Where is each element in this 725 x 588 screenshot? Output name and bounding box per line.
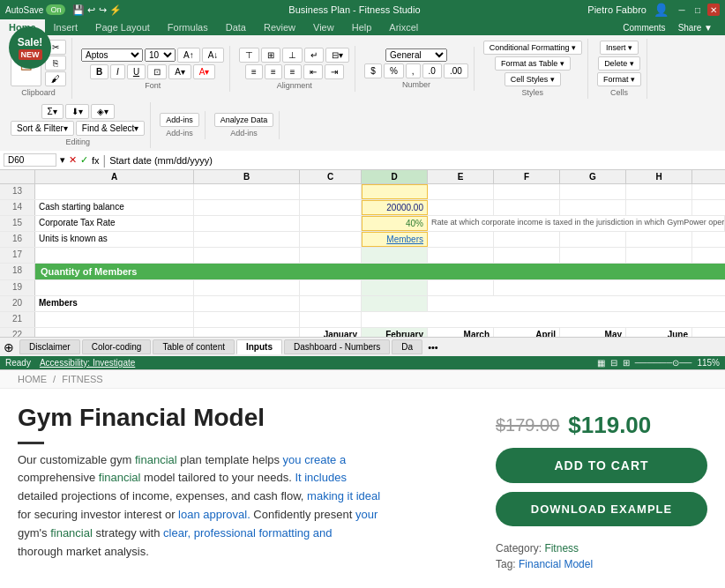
cell-e14[interactable]: [428, 200, 494, 215]
cell-f14[interactable]: [494, 200, 560, 215]
cell-f16[interactable]: [494, 232, 560, 247]
col-header-b[interactable]: B: [194, 170, 300, 183]
wrap-text-button[interactable]: ↵: [304, 48, 324, 63]
cell-c13[interactable]: [300, 184, 362, 199]
col-header-c[interactable]: C: [300, 170, 362, 183]
breadcrumb-home[interactable]: HOME: [18, 374, 47, 384]
cell-a15[interactable]: Corporate Tax Rate: [35, 216, 194, 231]
sheet-tab-table-of-content[interactable]: Table of content: [153, 339, 235, 354]
cell-d14[interactable]: 20000.00: [362, 200, 428, 215]
cell-e13[interactable]: [428, 184, 494, 199]
add-to-cart-button[interactable]: ADD TO CART: [496, 448, 707, 483]
cell-d17[interactable]: [362, 248, 428, 263]
font-selector[interactable]: Aptos: [81, 48, 143, 62]
cell-e16[interactable]: [428, 232, 494, 247]
font-color-button[interactable]: A▾: [193, 64, 216, 79]
increase-indent-button[interactable]: ⇥: [325, 64, 344, 79]
comments-btn[interactable]: Comments: [623, 23, 665, 33]
sheet-tab-inputs[interactable]: Inputs: [236, 339, 282, 354]
cell-e17[interactable]: [428, 248, 494, 263]
normal-view-icon[interactable]: ▦: [597, 358, 605, 368]
sheet-tab-color-coding[interactable]: Color-coding: [82, 339, 152, 354]
more-sheets-icon[interactable]: •••: [428, 342, 438, 353]
category-value[interactable]: Fitness: [544, 542, 579, 555]
tab-review[interactable]: Review: [255, 19, 304, 35]
cell-reference-input[interactable]: [4, 153, 56, 167]
cell-a21[interactable]: [35, 312, 194, 327]
delete-cells-button[interactable]: Delete ▾: [598, 56, 640, 71]
number-format-selector[interactable]: General: [385, 48, 447, 62]
cell-b13[interactable]: [194, 184, 300, 199]
format-painter-button[interactable]: 🖌: [45, 71, 66, 86]
sheet-tab-disclaimer[interactable]: Disclaimer: [19, 339, 80, 354]
cell-a19[interactable]: [35, 280, 194, 295]
analyze-data-button[interactable]: Analyze Data: [214, 113, 274, 127]
cell-d16[interactable]: Members: [362, 232, 428, 247]
cell-b17[interactable]: [194, 248, 300, 263]
insert-cells-button[interactable]: Insert ▾: [600, 41, 639, 55]
add-sheet-button[interactable]: ⊕: [4, 340, 14, 354]
cell-g17[interactable]: [560, 248, 626, 263]
tab-data[interactable]: Data: [217, 19, 255, 35]
conditional-formatting-button[interactable]: Conditional Formatting ▾: [483, 41, 582, 55]
sort-filter-button[interactable]: Sort & Filter▾: [11, 121, 74, 136]
align-center-button[interactable]: ≡: [265, 64, 282, 79]
format-cells-button[interactable]: Format ▾: [597, 72, 641, 86]
cell-b19[interactable]: [194, 280, 300, 295]
cell-c17[interactable]: [300, 248, 362, 263]
cell-b16[interactable]: [194, 232, 300, 247]
col-header-f[interactable]: F: [494, 170, 560, 183]
insert-function-icon[interactable]: fx: [92, 155, 100, 166]
formula-input[interactable]: [109, 155, 721, 166]
sheet-tab-da[interactable]: Da: [392, 339, 422, 354]
cell-d19[interactable]: [362, 280, 428, 295]
align-top-button[interactable]: ⊤: [239, 48, 259, 63]
col-header-e[interactable]: E: [428, 170, 494, 183]
align-bottom-button[interactable]: ⊥: [282, 48, 303, 63]
cell-e19[interactable]: [428, 280, 494, 295]
col-header-a[interactable]: A: [35, 170, 194, 183]
tab-arixcel[interactable]: Arixcel: [380, 19, 427, 35]
cell-f13[interactable]: [494, 184, 560, 199]
cell-c16[interactable]: [300, 232, 362, 247]
underline-button[interactable]: U: [127, 64, 146, 79]
bold-button[interactable]: B: [90, 64, 108, 79]
border-button[interactable]: ⊡: [147, 64, 167, 79]
col-header-h[interactable]: H: [626, 170, 692, 183]
cell-b15[interactable]: [194, 216, 300, 231]
decrease-indent-button[interactable]: ⇤: [303, 64, 323, 79]
minimize-button[interactable]: ─: [676, 4, 688, 16]
cell-a16[interactable]: Units is known as: [35, 232, 194, 247]
tab-insert[interactable]: Insert: [45, 19, 87, 35]
find-select-button[interactable]: Find & Select▾: [76, 121, 145, 136]
cell-c14[interactable]: [300, 200, 362, 215]
zoom-level[interactable]: 115%: [697, 358, 720, 368]
align-middle-button[interactable]: ⊞: [261, 48, 280, 63]
tab-formulas[interactable]: Formulas: [159, 19, 217, 35]
merge-button[interactable]: ⊟▾: [325, 48, 349, 63]
breadcrumb-fitness[interactable]: FITNESS: [62, 374, 102, 384]
cell-d20[interactable]: [362, 296, 428, 311]
formula-cancel-icon[interactable]: ✕: [69, 154, 77, 166]
cell-a13[interactable]: [35, 184, 194, 199]
cell-styles-button[interactable]: Cell Styles ▾: [505, 72, 561, 86]
increase-decimal-button[interactable]: .00: [444, 63, 468, 78]
fill-color-button[interactable]: A▾: [168, 64, 191, 79]
accessibility-status[interactable]: Accessibility: Investigate: [40, 358, 135, 368]
cell-b21[interactable]: [194, 312, 300, 327]
cell-h14[interactable]: [626, 200, 692, 215]
col-header-d[interactable]: D: [362, 170, 428, 183]
autosave-toggle[interactable]: On: [46, 4, 65, 15]
cell-g13[interactable]: [560, 184, 626, 199]
comma-button[interactable]: ,: [406, 63, 421, 78]
cell-h17[interactable]: [626, 248, 692, 263]
italic-button[interactable]: I: [110, 64, 125, 79]
clear-button[interactable]: ◈▾: [91, 104, 115, 119]
font-size-selector[interactable]: 10: [145, 48, 176, 62]
cell-a17[interactable]: [35, 248, 194, 263]
decrease-font-button[interactable]: A↓: [202, 48, 225, 63]
increase-font-button[interactable]: A↑: [177, 48, 200, 63]
cell-g16[interactable]: [560, 232, 626, 247]
cell-a20[interactable]: Members: [35, 296, 194, 311]
cell-g14[interactable]: [560, 200, 626, 215]
